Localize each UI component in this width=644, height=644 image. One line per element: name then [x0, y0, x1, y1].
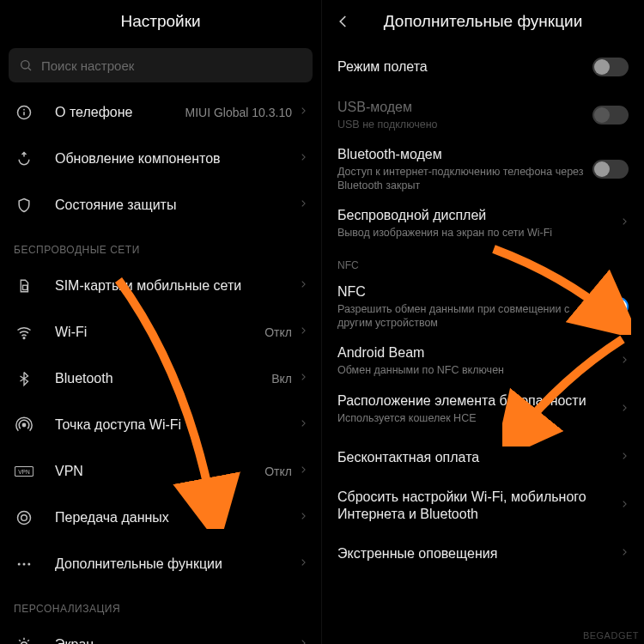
- row-label: Wi-Fi: [55, 325, 264, 340]
- shield-icon: [14, 195, 34, 216]
- svg-point-12: [18, 563, 21, 566]
- svg-line-20: [19, 640, 21, 641]
- more-icon: [14, 554, 34, 574]
- info-icon: [14, 102, 34, 123]
- chevron-right-icon: [299, 371, 307, 386]
- row-label: VPN: [55, 464, 264, 479]
- search-input[interactable]: Поиск настроек: [9, 48, 313, 82]
- svg-rect-5: [23, 285, 27, 289]
- advanced-row[interactable]: Режим полета: [322, 43, 644, 91]
- chevron-right-icon: [299, 417, 307, 433]
- svg-line-23: [27, 640, 29, 641]
- row-title: Беспроводной дисплей: [337, 207, 611, 224]
- sim-icon: [14, 276, 34, 296]
- chevron-right-icon: [299, 325, 307, 340]
- svg-point-0: [21, 61, 29, 69]
- settings-row-wifi[interactable]: Wi-FiОткл: [0, 309, 321, 355]
- chevron-right-icon: [299, 637, 307, 644]
- advanced-row[interactable]: Беспроводной дисплейВывод изображения на…: [322, 199, 644, 247]
- svg-text:VPN: VPN: [18, 469, 30, 475]
- bt-icon: [14, 368, 34, 389]
- svg-point-6: [23, 337, 25, 339]
- settings-row-update[interactable]: Обновление компонентов: [0, 136, 321, 182]
- row-label: О телефоне: [55, 105, 185, 120]
- toggle-switch[interactable]: [592, 297, 629, 316]
- row-label: SIM-карты и мобильные сети: [55, 278, 299, 294]
- chevron-right-icon: [620, 450, 629, 465]
- row-subtitle: Вывод изображения на экран по сети Wi-Fi: [337, 227, 611, 240]
- row-label: Bluetooth: [55, 371, 271, 386]
- advanced-row[interactable]: Bluetooth-модемДоступ к интернет-подключ…: [322, 139, 644, 199]
- header: Настройки: [0, 0, 321, 43]
- settings-row-display[interactable]: Экран: [0, 622, 321, 644]
- advanced-row[interactable]: Экстренные оповещения: [322, 530, 644, 578]
- chevron-right-icon: [620, 216, 629, 231]
- toggle-switch: [592, 106, 629, 125]
- settings-row-data[interactable]: Передача данных: [0, 495, 321, 541]
- chevron-left-icon: [336, 14, 351, 29]
- row-title: Режим полета: [337, 58, 584, 76]
- row-subtitle: Обмен данными по NFC включен: [337, 364, 611, 378]
- advanced-row[interactable]: Android BeamОбмен данными по NFC включен: [322, 337, 644, 386]
- header: Дополнительные функции: [322, 0, 644, 43]
- settings-row-hotspot[interactable]: Точка доступа Wi-Fi: [0, 402, 321, 448]
- back-button[interactable]: [334, 12, 353, 31]
- section-nfc: NFC: [322, 247, 644, 276]
- chevron-right-icon: [620, 546, 629, 562]
- search-icon: [19, 58, 33, 72]
- vpn-icon: VPN: [14, 461, 34, 482]
- chevron-right-icon: [299, 464, 307, 479]
- svg-point-10: [18, 512, 31, 525]
- row-title: USB-модем: [337, 99, 584, 116]
- row-label: Экран: [55, 637, 299, 644]
- row-title: Экстренные оповещения: [337, 545, 611, 562]
- watermark: BEGADGET: [583, 630, 639, 641]
- row-value: Вкл: [271, 372, 292, 386]
- svg-point-14: [27, 563, 30, 566]
- chevron-right-icon: [299, 556, 307, 572]
- toggle-switch[interactable]: [592, 160, 629, 179]
- row-value: Откл: [264, 325, 292, 339]
- advanced-row[interactable]: Расположение элемента безопасностиИсполь…: [322, 386, 644, 434]
- advanced-row[interactable]: NFCРазрешить обмен данными при совмещени…: [322, 276, 644, 337]
- chevron-right-icon: [620, 498, 629, 513]
- chevron-right-icon: [620, 354, 629, 369]
- row-title: Android Beam: [337, 344, 611, 361]
- settings-row-vpn[interactable]: VPNVPNОткл: [0, 448, 321, 495]
- row-label: Дополнительные функции: [55, 556, 299, 572]
- svg-point-7: [22, 423, 25, 426]
- row-label: Передача данных: [55, 510, 299, 526]
- row-label: Точка доступа Wi-Fi: [55, 417, 299, 433]
- settings-row-bt[interactable]: BluetoothВкл: [0, 355, 321, 402]
- row-title: Расположение элемента безопасности: [337, 392, 611, 410]
- svg-point-11: [21, 515, 27, 521]
- settings-row-info[interactable]: О телефонеMIUI Global 10.3.10: [0, 89, 321, 136]
- row-title: Сбросить настройки Wi-Fi, мобильного Инт…: [337, 489, 611, 523]
- row-title: Bluetooth-модем: [337, 146, 584, 163]
- section-personal: ПЕРСОНАЛИЗАЦИЯ: [0, 587, 321, 622]
- settings-row-sim[interactable]: SIM-карты и мобильные сети: [0, 263, 321, 309]
- advanced-row[interactable]: Бесконтактная оплата: [322, 434, 644, 482]
- page-title: Дополнительные функции: [384, 12, 583, 31]
- advanced-row[interactable]: USB-модемUSB не подключено: [322, 91, 644, 139]
- toggle-switch[interactable]: [592, 58, 629, 76]
- advanced-row[interactable]: Сбросить настройки Wi-Fi, мобильного Инт…: [322, 482, 644, 530]
- update-icon: [14, 149, 34, 169]
- chevron-right-icon: [299, 278, 307, 294]
- search-placeholder: Поиск настроек: [41, 58, 134, 73]
- advanced-screen: Дополнительные функции Режим полетаUSB-м…: [322, 0, 644, 644]
- settings-row-shield[interactable]: Состояние защиты: [0, 182, 321, 228]
- page-title: Настройки: [120, 12, 200, 31]
- data-icon: [14, 507, 34, 528]
- row-value: Откл: [264, 465, 292, 478]
- chevron-right-icon: [299, 151, 307, 167]
- settings-row-more[interactable]: Дополнительные функции: [0, 541, 321, 587]
- row-subtitle: Разрешить обмен данными при совмещении с…: [337, 303, 584, 330]
- row-value: MIUI Global 10.3.10: [185, 106, 292, 119]
- hotspot-icon: [14, 415, 34, 435]
- display-icon: [14, 635, 34, 644]
- row-label: Состояние защиты: [55, 197, 299, 213]
- svg-line-1: [28, 68, 31, 70]
- row-title: Бесконтактная оплата: [337, 449, 611, 466]
- section-wireless: БЕСПРОВОДНЫЕ СЕТИ: [0, 228, 321, 263]
